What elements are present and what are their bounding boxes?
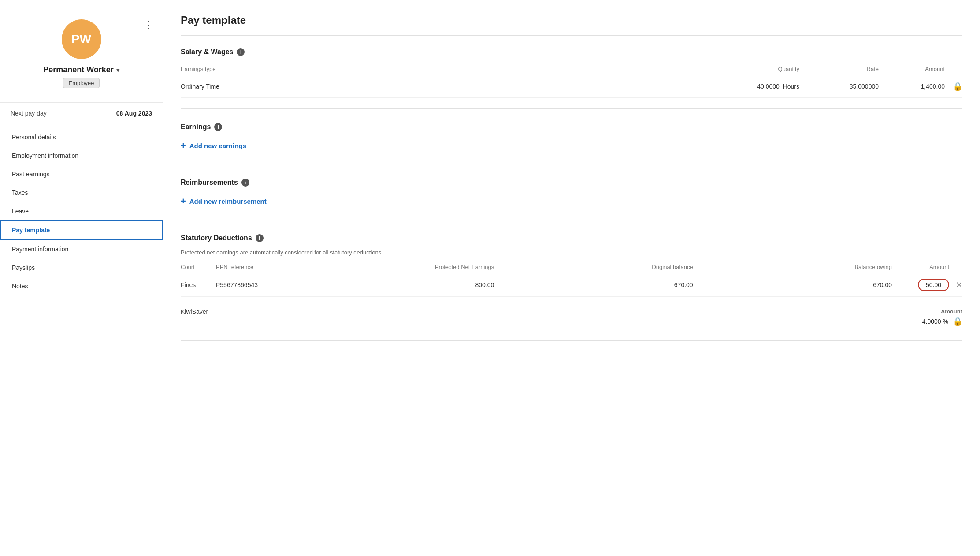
chevron-down-icon[interactable]: ▾: [116, 67, 119, 74]
deductions-header: Court PPN reference Protected Net Earnin…: [181, 261, 962, 273]
col-ppn: PPN reference: [216, 264, 295, 270]
salary-wages-title: Salary & Wages i: [181, 48, 962, 56]
sidebar-item-notes[interactable]: Notes: [0, 277, 163, 295]
protected-net-cell: 800.00: [295, 281, 494, 288]
earnings-section: Earnings i + Add new earnings: [181, 123, 962, 164]
col-quantity: Quantity: [720, 66, 799, 72]
col-court: Court: [181, 264, 216, 270]
earnings-type-cell: Ordinary Time: [181, 83, 720, 90]
salary-wages-info-icon[interactable]: i: [237, 48, 245, 56]
sidebar-item-past-earnings[interactable]: Past earnings: [0, 165, 163, 183]
col-amount: Amount: [879, 66, 945, 72]
statutory-deductions-title: Statutory Deductions i: [181, 234, 962, 242]
sidebar-item-personal-details[interactable]: Personal details: [0, 128, 163, 146]
sidebar-item-taxes[interactable]: Taxes: [0, 183, 163, 202]
reimbursements-title: Reimbursements i: [181, 179, 962, 187]
lock-icon[interactable]: 🔒: [945, 82, 962, 91]
circled-amount: 50.00: [918, 279, 949, 291]
sidebar-item-pay-template[interactable]: Pay template: [0, 220, 163, 240]
next-pay-day: Next pay day 08 Aug 2023: [0, 102, 163, 124]
salary-wages-section: Salary & Wages i Earnings type Quantity …: [181, 48, 962, 109]
kiwisaver-row: KiwiSaver Amount 4.0000 % 🔒: [181, 305, 962, 330]
remove-deduction-button[interactable]: ✕: [956, 280, 962, 290]
employee-name: Permanent Worker ▾: [43, 65, 119, 75]
avatar: PW: [62, 19, 101, 59]
statutory-deductions-section: Statutory Deductions i Protected net ear…: [181, 234, 962, 341]
original-balance-cell: 670.00: [494, 281, 693, 288]
add-new-earnings-button[interactable]: + Add new earnings: [181, 138, 246, 153]
col-ded-amount: Amount: [892, 264, 949, 270]
quantity-cell: 40.0000 Hours: [720, 83, 799, 90]
kiwisaver-lock-icon[interactable]: 🔒: [953, 317, 962, 326]
ppn-reference-cell: P55677866543: [216, 281, 295, 288]
balance-owing-cell: 670.00: [693, 281, 892, 288]
reimbursements-section: Reimbursements i + Add new reimbursement: [181, 179, 962, 220]
col-original-balance: Original balance: [494, 264, 693, 270]
sidebar-header: ⋮ PW Permanent Worker ▾ Employee: [0, 11, 163, 95]
col-balance-owing: Balance owing: [693, 264, 892, 270]
sidebar-item-payslips[interactable]: Payslips: [0, 258, 163, 277]
statutory-deductions-description: Protected net earnings are automatically…: [181, 249, 962, 256]
employee-badge: Employee: [63, 78, 100, 88]
kiwisaver-amount-value: 4.0000 % 🔒: [922, 317, 962, 326]
add-reimb-plus-icon: +: [181, 196, 186, 206]
col-earnings-type: Earnings type: [181, 66, 720, 72]
amount-cell: 1,400.00: [879, 83, 945, 90]
page-title: Pay template: [181, 14, 962, 36]
kiwisaver-label: KiwiSaver: [181, 308, 208, 315]
deductions-row: Fines P55677866543 800.00 670.00 670.00 …: [181, 273, 962, 297]
nav-list: Personal detailsEmployment informationPa…: [0, 128, 163, 295]
sidebar-item-employment-information[interactable]: Employment information: [0, 146, 163, 165]
remove-deduction-cell: ✕: [949, 280, 962, 290]
next-pay-day-label: Next pay day: [11, 110, 47, 117]
sidebar-item-leave[interactable]: Leave: [0, 202, 163, 220]
col-actions: [945, 66, 962, 72]
main-content: Pay template Salary & Wages i Earnings t…: [163, 0, 980, 556]
col-rate: Rate: [799, 66, 879, 72]
court-cell: Fines: [181, 281, 216, 288]
next-pay-day-value: 08 Aug 2023: [116, 110, 152, 117]
statutory-deductions-info-icon[interactable]: i: [256, 234, 264, 242]
kebab-menu-icon[interactable]: ⋮: [144, 19, 154, 31]
col-ded-actions: [949, 264, 962, 270]
add-plus-icon: +: [181, 141, 186, 151]
salary-wages-row: Ordinary Time 40.0000 Hours 35.000000 1,…: [181, 75, 962, 98]
deduction-amount-cell[interactable]: 50.00: [892, 279, 949, 291]
earnings-title: Earnings i: [181, 123, 962, 131]
sidebar-item-payment-information[interactable]: Payment information: [0, 240, 163, 258]
reimbursements-info-icon[interactable]: i: [241, 179, 249, 187]
kiwisaver-amount-col: Amount 4.0000 % 🔒: [922, 308, 962, 326]
salary-wages-header: Earnings type Quantity Rate Amount: [181, 63, 962, 75]
add-new-reimbursement-button[interactable]: + Add new reimbursement: [181, 194, 267, 209]
kiwisaver-amount-label: Amount: [941, 308, 962, 315]
rate-cell: 35.000000: [799, 83, 879, 90]
earnings-info-icon[interactable]: i: [214, 123, 222, 131]
kiwisaver-section: KiwiSaver Amount 4.0000 % 🔒: [181, 305, 962, 330]
sidebar: ⋮ PW Permanent Worker ▾ Employee Next pa…: [0, 0, 163, 556]
col-protected-net: Protected Net Earnings: [295, 264, 494, 270]
